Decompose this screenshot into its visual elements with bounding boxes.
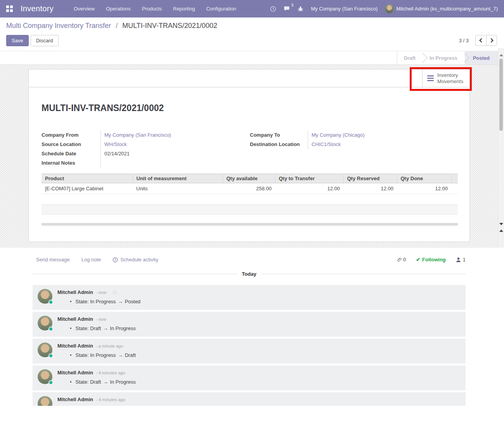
app-window: Inventory OverviewOperationsProductsRepo… — [0, 0, 504, 433]
message-body: •State: In Progress→Draft — [70, 352, 461, 358]
message-avatar[interactable] — [38, 289, 52, 304]
actions-row: Save Discard 3 / 3 — [0, 34, 504, 51]
vertical-scrollbar[interactable] — [498, 48, 504, 247]
arrow-right-icon: → — [103, 379, 108, 385]
company-switcher[interactable]: My Company (San Francisco) — [311, 6, 378, 12]
breadcrumb-parent-link[interactable]: Multi Company Inventory Transfer — [6, 22, 111, 30]
user-name: Mitchell Admin (ks_multicompany_amount_7… — [396, 6, 498, 12]
chevron-left-icon — [479, 38, 483, 42]
chatter-toolbar: Send message Log note Schedule activity … — [33, 255, 466, 264]
message-list: Mitchell Admin- now☆•State: In Progress→… — [33, 285, 466, 406]
cell-qty-to-transfer[interactable]: 12.00 — [275, 183, 343, 194]
message-avatar[interactable] — [38, 316, 52, 330]
column-header-qty-done[interactable]: Qty Done — [397, 174, 451, 183]
cell-qty-reserved[interactable]: 12.00 — [343, 183, 397, 194]
cell-qty-available[interactable]: 258.00 — [223, 183, 275, 194]
field-group-right: Company ToMy Company (Chicago)Destinatio… — [250, 130, 458, 168]
nav-menu-reporting[interactable]: Reporting — [173, 6, 195, 12]
debug-bug-icon[interactable] — [298, 6, 303, 12]
navbar-right: 5 My Company (San Francisco) Mitchell Ad… — [270, 4, 498, 13]
field-label-internal-notes: Internal Notes — [42, 158, 100, 168]
message-avatar[interactable] — [38, 396, 52, 406]
cell-qty-done[interactable]: 12.00 — [397, 183, 451, 194]
message-item: Mitchell Admin- now•State: Draft→In Prog… — [33, 312, 466, 337]
discard-button[interactable]: Discard — [31, 35, 59, 46]
scrollbar-thumb[interactable] — [499, 59, 503, 131]
chevron-right-icon — [489, 38, 493, 42]
nav-menu-configuration[interactable]: Configuration — [206, 6, 236, 12]
field-value-schedule-date[interactable]: 02/14/2021 — [100, 149, 250, 158]
message-avatar[interactable] — [38, 343, 52, 357]
field-groups: Company FromMy Company (San Francisco)So… — [42, 130, 458, 168]
message-author[interactable]: Mitchell Admin — [57, 316, 93, 322]
field-value-destination-location[interactable]: CHIC1/Stock — [308, 140, 458, 149]
statusbar-step-in-progress[interactable]: In Progress — [423, 51, 464, 64]
field-value-company-from[interactable]: My Company (San Francisco) — [100, 130, 250, 140]
button-box-row: Inventory Movements — [29, 70, 469, 87]
field-value-company-to[interactable]: My Company (Chicago) — [308, 130, 458, 140]
check-icon: ✔ — [416, 257, 420, 263]
message-header: Mitchell Admin- 4 minutes ago — [57, 396, 461, 402]
field-row-internal-notes: Internal Notes — [42, 158, 250, 168]
message-author[interactable]: Mitchell Admin — [57, 396, 93, 402]
schedule-activity-button[interactable]: Schedule activity — [113, 257, 158, 263]
column-header-unit-of-measurement[interactable]: Unit of measurement — [133, 174, 223, 183]
scroll-up-arrow-icon[interactable] — [499, 230, 503, 232]
send-message-button[interactable]: Send message — [36, 257, 70, 263]
scroll-down-arrow-icon[interactable] — [499, 223, 503, 225]
person-icon — [456, 257, 461, 263]
nav-menu-overview[interactable]: Overview — [74, 6, 95, 12]
column-header-qty-available[interactable]: Qty available — [223, 174, 275, 183]
field-label-schedule-date: Schedule Date — [42, 149, 100, 158]
message-author[interactable]: Mitchell Admin — [57, 370, 93, 376]
nav-menu-products[interactable]: Products — [142, 6, 162, 12]
attachments-button[interactable]: 0 — [396, 257, 406, 263]
following-button[interactable]: ✔ Following — [416, 257, 446, 263]
save-button[interactable]: Save — [6, 35, 29, 46]
empty-list-row — [42, 215, 458, 223]
column-header-qty-reserved[interactable]: Qty Reserved — [343, 174, 397, 183]
cell-unit-of-measurement[interactable]: Units — [133, 183, 223, 194]
followers-button[interactable]: 1 — [456, 257, 466, 263]
column-header-qty-to-transfer[interactable]: Qty to Transfer — [275, 174, 343, 183]
statusbar-step-posted[interactable]: Posted — [465, 51, 498, 64]
message-author[interactable]: Mitchell Admin — [57, 343, 93, 349]
messages-icon[interactable]: 5 — [284, 6, 290, 12]
horizontal-scrollbar[interactable] — [42, 223, 458, 226]
empty-list-row — [42, 194, 458, 204]
field-value-source-location[interactable]: WH/Stock — [100, 140, 250, 149]
cell-product[interactable]: [E-COM07] Large Cabinet — [42, 183, 133, 194]
pager-previous-button[interactable] — [475, 35, 486, 46]
table-row[interactable]: [E-COM07] Large CabinetUnits258.0012.001… — [42, 183, 458, 194]
nav-menu-operations[interactable]: Operations — [106, 6, 131, 12]
transfer-lines-table: ProductUnit of measurementQty availableQ… — [42, 174, 458, 194]
form-view-background: Inventory Movements MULTI-INV-TRANS/2021… — [0, 65, 504, 248]
apps-grid-icon[interactable] — [6, 5, 13, 12]
arrow-right-icon: → — [118, 352, 123, 358]
message-avatar[interactable] — [38, 369, 52, 384]
app-title[interactable]: Inventory — [21, 4, 54, 13]
empty-list-row — [42, 204, 458, 215]
message-author[interactable]: Mitchell Admin — [57, 289, 93, 295]
activities-clock-icon[interactable] — [270, 6, 276, 12]
field-label-company-to: Company To — [250, 130, 308, 140]
state-to: In Progress — [110, 379, 135, 385]
pager-next-button[interactable] — [486, 35, 497, 46]
state-to: Posted — [125, 299, 140, 304]
log-note-button[interactable]: Log note — [81, 257, 101, 263]
state-from: State: Draft — [76, 379, 101, 385]
column-header-product[interactable]: Product — [42, 174, 133, 183]
inventory-movements-button[interactable]: Inventory Movements — [422, 70, 469, 87]
user-menu[interactable]: Mitchell Admin (ks_multicompany_amount_7… — [385, 4, 498, 13]
message-body: •State: In Progress→Posted — [70, 299, 461, 304]
scroll-up-arrow-icon[interactable] — [499, 54, 503, 56]
online-status-dot — [48, 380, 53, 385]
user-avatar — [385, 4, 394, 13]
message-item: Mitchell Admin- now☆•State: In Progress→… — [33, 285, 466, 310]
arrow-right-icon: → — [103, 325, 108, 331]
message-body: •State: Draft→In Progress — [70, 379, 461, 385]
state-from: State: In Progress — [76, 299, 116, 304]
star-icon[interactable]: ☆ — [112, 290, 118, 295]
field-value-internal-notes[interactable] — [100, 158, 250, 168]
message-item: Mitchell Admin- 4 minutes ago•State: Dra… — [33, 365, 466, 390]
